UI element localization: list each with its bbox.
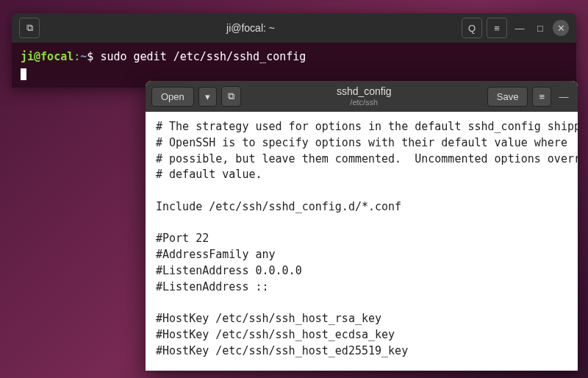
gedit-menu-icon[interactable]: ≡	[532, 87, 551, 107]
terminal-title: ji@focal: ~	[40, 22, 462, 34]
gedit-minimize-button[interactable]: —	[556, 88, 572, 104]
maximize-button[interactable]: □	[532, 20, 548, 36]
terminal-window: ⧉ ji@focal: ~ Q ≡ — □ ✕ ji@focal:~$ sudo…	[12, 13, 576, 88]
prompt-dollar: $	[87, 50, 93, 63]
save-button[interactable]: Save	[487, 87, 528, 107]
new-tab-icon[interactable]: ⧉	[19, 18, 40, 38]
editor-content[interactable]: # The strategy used for options in the d…	[146, 112, 578, 371]
gedit-titlebar: Open ▾ ⧉ sshd_config /etc/ssh Save ≡ —	[146, 81, 578, 112]
prompt-user: ji@focal	[21, 50, 74, 63]
open-button[interactable]: Open	[151, 87, 194, 107]
prompt-separator: :	[74, 50, 80, 63]
menu-icon[interactable]: ≡	[487, 18, 507, 38]
cursor-icon	[21, 68, 26, 80]
prompt-path: ~	[80, 50, 87, 63]
close-button[interactable]: ✕	[553, 20, 569, 36]
gedit-window: Open ▾ ⧉ sshd_config /etc/ssh Save ≡ — #…	[146, 81, 578, 371]
gedit-filename: sshd_config	[245, 86, 483, 97]
new-document-icon[interactable]: ⧉	[221, 86, 241, 107]
terminal-titlebar: ⧉ ji@focal: ~ Q ≡ — □ ✕	[12, 13, 576, 43]
open-dropdown-button[interactable]: ▾	[198, 87, 217, 107]
gedit-title: sshd_config /etc/ssh	[245, 86, 483, 106]
gedit-filepath: /etc/ssh	[245, 98, 483, 107]
terminal-command: sudo gedit /etc/ssh/sshd_config	[100, 50, 306, 63]
minimize-button[interactable]: —	[512, 20, 528, 36]
search-icon[interactable]: Q	[462, 18, 482, 38]
